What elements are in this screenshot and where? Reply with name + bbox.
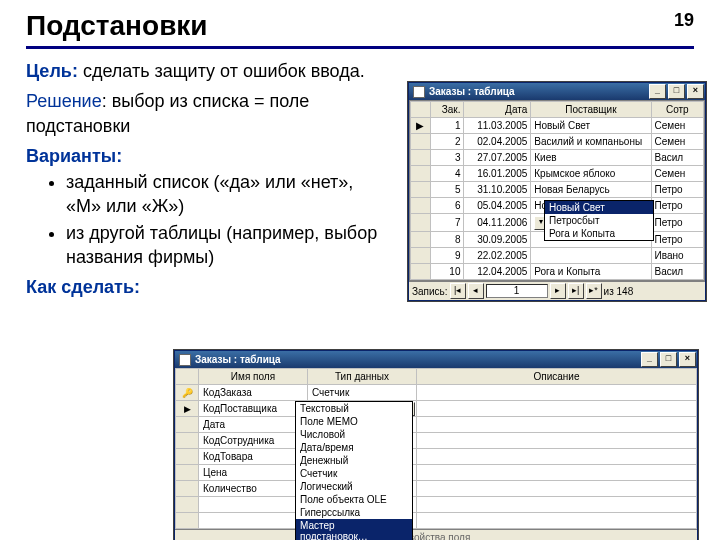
cell-supplier[interactable]: Киев	[531, 150, 651, 166]
nav-pos[interactable]: 1	[486, 284, 548, 298]
cell-id[interactable]: 9	[430, 248, 464, 264]
row-selector[interactable]: ▶	[411, 118, 431, 134]
row-selector[interactable]	[411, 166, 431, 182]
col-id[interactable]: Зак.	[430, 102, 464, 118]
cell-id[interactable]: 6	[430, 198, 464, 214]
cell-field-name[interactable]: Дата	[199, 417, 308, 433]
row-selector[interactable]	[411, 198, 431, 214]
cell-desc[interactable]	[417, 497, 697, 513]
row-selector[interactable]	[411, 232, 431, 248]
cell-desc[interactable]	[417, 417, 697, 433]
cell-id[interactable]: 7	[430, 214, 464, 232]
dropdown-item[interactable]: Новый Свет	[545, 201, 653, 214]
cell-id[interactable]: 8	[430, 232, 464, 248]
cell-customer[interactable]: Семен	[651, 166, 703, 182]
design-table[interactable]: Имя поля Тип данных Описание 🔑КодЗаказаС…	[175, 368, 697, 529]
cell-supplier[interactable]: Новый Свет	[531, 118, 651, 134]
cell-date[interactable]: 11.03.2005	[464, 118, 531, 134]
cell-customer[interactable]: Васил	[651, 150, 703, 166]
row-selector[interactable]: ▶	[176, 401, 199, 417]
nav-new[interactable]: ▸*	[586, 283, 602, 299]
dropdown-item[interactable]: Гиперссылка	[296, 506, 412, 519]
cell-supplier[interactable]: Рога и Копыта	[531, 264, 651, 280]
cell-date[interactable]: 04.11.2006	[464, 214, 531, 232]
cell-field-name[interactable]: Количество	[199, 481, 308, 497]
cell-field-name[interactable]	[199, 513, 308, 529]
nav-last[interactable]: ▸|	[568, 283, 584, 299]
minimize-button[interactable]: _	[649, 84, 666, 99]
maximize-button[interactable]: □	[660, 352, 677, 367]
cell-customer[interactable]: Васил	[651, 264, 703, 280]
nav-first[interactable]: |◂	[450, 283, 466, 299]
cell-customer[interactable]: Петро	[651, 214, 703, 232]
row-selector[interactable]	[176, 513, 199, 529]
dropdown-item[interactable]: Поле МЕМО	[296, 415, 412, 428]
cell-desc[interactable]	[417, 513, 697, 529]
cell-date[interactable]: 12.04.2005	[464, 264, 531, 280]
cell-field-name[interactable]: КодСотрудника	[199, 433, 308, 449]
cell-field-name[interactable]: КодПоставщика	[199, 401, 308, 417]
cell-date[interactable]: 02.04.2005	[464, 134, 531, 150]
orders-table[interactable]: Зак. Дата Поставщик Сотр ▶111.03.2005Нов…	[410, 101, 704, 280]
col-customer[interactable]: Сотр	[651, 102, 703, 118]
cell-date[interactable]: 16.01.2005	[464, 166, 531, 182]
row-selector[interactable]	[176, 449, 199, 465]
cell-supplier[interactable]	[531, 248, 651, 264]
row-selector[interactable]	[176, 465, 199, 481]
supplier-dropdown[interactable]: Новый Свет Петросбыт Рога и Копыта	[544, 200, 654, 241]
cell-field-name[interactable]: КодТовара	[199, 449, 308, 465]
cell-customer[interactable]: Петро	[651, 232, 703, 248]
dropdown-item[interactable]: Рога и Копыта	[545, 227, 653, 240]
dropdown-item[interactable]: Числовой	[296, 428, 412, 441]
close-button[interactable]: ×	[687, 84, 704, 99]
row-selector[interactable]	[411, 134, 431, 150]
cell-customer[interactable]: Петро	[651, 198, 703, 214]
cell-id[interactable]: 4	[430, 166, 464, 182]
row-selector[interactable]	[176, 481, 199, 497]
col-data-type[interactable]: Тип данных	[308, 369, 417, 385]
row-selector[interactable]	[411, 214, 431, 232]
maximize-button[interactable]: □	[668, 84, 685, 99]
cell-supplier[interactable]: Крымское яблоко	[531, 166, 651, 182]
nav-prev[interactable]: ◂	[468, 283, 484, 299]
cell-type[interactable]: Счетчик	[308, 385, 417, 401]
dropdown-item[interactable]: Логический	[296, 480, 412, 493]
titlebar[interactable]: Заказы : таблица _ □ ×	[409, 83, 705, 100]
row-selector[interactable]	[176, 433, 199, 449]
dropdown-item[interactable]: Петросбыт	[545, 214, 653, 227]
cell-id[interactable]: 5	[430, 182, 464, 198]
cell-date[interactable]: 05.04.2005	[464, 198, 531, 214]
row-selector[interactable]	[176, 417, 199, 433]
cell-desc[interactable]	[417, 433, 697, 449]
cell-customer[interactable]: Петро	[651, 182, 703, 198]
nav-next[interactable]: ▸	[550, 283, 566, 299]
row-selector[interactable]	[411, 264, 431, 280]
col-supplier[interactable]: Поставщик	[531, 102, 651, 118]
cell-customer[interactable]: Семен	[651, 118, 703, 134]
cell-desc[interactable]	[417, 481, 697, 497]
cell-field-name[interactable]: КодЗаказа	[199, 385, 308, 401]
cell-desc[interactable]	[417, 449, 697, 465]
dropdown-item[interactable]: Мастер подстановок…	[296, 519, 412, 540]
cell-date[interactable]: 27.07.2005	[464, 150, 531, 166]
row-selector[interactable]: 🔑	[176, 385, 199, 401]
cell-desc[interactable]	[417, 401, 697, 417]
cell-date[interactable]: 22.02.2005	[464, 248, 531, 264]
cell-date[interactable]: 30.09.2005	[464, 232, 531, 248]
dropdown-item[interactable]: Счетчик	[296, 467, 412, 480]
row-selector[interactable]	[411, 182, 431, 198]
minimize-button[interactable]: _	[641, 352, 658, 367]
datatype-dropdown[interactable]: ТекстовыйПоле МЕМОЧисловойДата/времяДене…	[295, 401, 413, 540]
col-date[interactable]: Дата	[464, 102, 531, 118]
cell-id[interactable]: 10	[430, 264, 464, 280]
cell-customer[interactable]: Семен	[651, 134, 703, 150]
col-field-name[interactable]: Имя поля	[199, 369, 308, 385]
cell-id[interactable]: 3	[430, 150, 464, 166]
cell-id[interactable]: 2	[430, 134, 464, 150]
cell-date[interactable]: 31.10.2005	[464, 182, 531, 198]
cell-desc[interactable]	[417, 465, 697, 481]
row-selector[interactable]	[176, 497, 199, 513]
cell-customer[interactable]: Ивано	[651, 248, 703, 264]
dropdown-item[interactable]: Поле объекта OLE	[296, 493, 412, 506]
cell-supplier[interactable]: Новая Беларусь	[531, 182, 651, 198]
